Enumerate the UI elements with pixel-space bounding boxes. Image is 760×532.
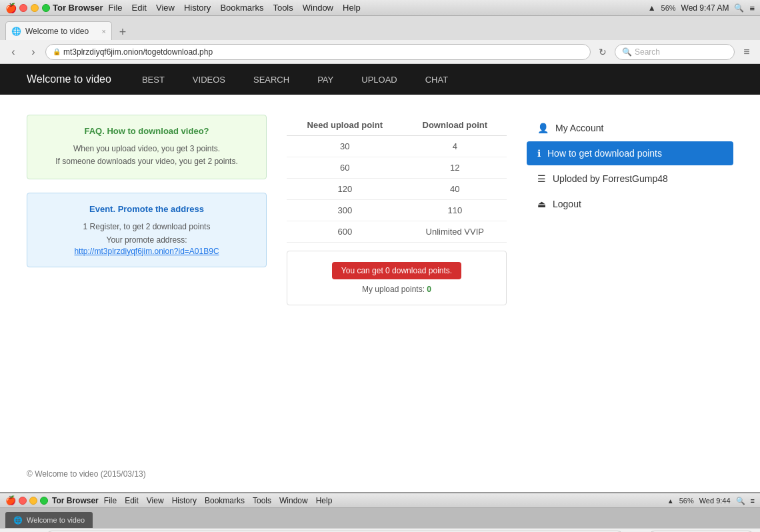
menu-help[interactable]: Help	[343, 3, 361, 13]
nav-pay[interactable]: PAY	[313, 72, 337, 87]
bottom-toolbar: ‹ › 🔒 mt3plrzdiyqf6jim.onion/payment.php…	[0, 528, 760, 532]
page-footer: © Welcome to video (2015/03/13)	[0, 463, 760, 492]
close-button[interactable]	[19, 4, 27, 12]
bottom-browser-window: 🍎 Tor Browser File Edit View History Boo…	[0, 492, 760, 532]
bottom-menu-bar: File Edit View History Bookmarks Tools W…	[104, 496, 333, 505]
bottom-menu-edit[interactable]: Edit	[125, 496, 139, 505]
top-browser-window: 🍎 Tor Browser File Edit View History Boo…	[0, 0, 760, 492]
upload-120: 120	[287, 179, 403, 200]
bottom-app-name: Tor Browser	[52, 496, 99, 505]
bottom-menu-view[interactable]: View	[147, 496, 164, 505]
bottom-titlebar-right: ▲ 56% Wed 9:44 🔍 ≡	[667, 493, 755, 508]
site-nav: Welcome to video BEST VIDEOS SEARCH PAY …	[0, 64, 760, 95]
forward-button[interactable]: ›	[25, 44, 41, 60]
spotlight-icon[interactable]: 🔍	[734, 3, 744, 13]
sidebar-item-uploaded[interactable]: ☰ Uploded by ForrestGump48	[527, 167, 733, 191]
download-12: 12	[403, 157, 507, 179]
sidebar-label-logout: Logout	[553, 199, 581, 209]
download-40: 40	[403, 179, 507, 200]
sidebar-label-myaccount: My Account	[555, 123, 603, 133]
bottom-spotlight-icon[interactable]: 🔍	[736, 497, 745, 505]
tab-close-button[interactable]: ×	[102, 27, 106, 35]
tab-bar: 🌐 Welcome to video × +	[0, 16, 760, 40]
list-icon: ☰	[537, 173, 546, 184]
menu-button[interactable]: ≡	[739, 44, 755, 60]
sidebar-label-uploaded: Uploded by ForrestGump48	[553, 173, 668, 184]
wifi-icon: ▲	[648, 3, 656, 13]
browser-toolbar: ‹ › 🔒 mt3plrzdiyqf6jim.onion/togetdownlo…	[0, 40, 760, 64]
download-110: 110	[403, 200, 507, 221]
titlebar-right: ▲ 56% Wed 9:47 AM 🔍 ≡	[648, 0, 755, 16]
left-section: FAQ. How to download video? When you upl…	[27, 115, 267, 443]
table-row: 120 40	[287, 179, 507, 200]
bottom-traffic-lights	[19, 497, 48, 505]
bottom-menu-bookmarks[interactable]: Bookmarks	[205, 496, 245, 505]
titlebar: 🍎 Tor Browser File Edit View History Boo…	[0, 0, 760, 16]
middle-section: Need upload point Download point 30 4 60…	[287, 115, 507, 443]
menu-window[interactable]: Window	[303, 3, 333, 13]
upload-60: 60	[287, 157, 403, 179]
url-bar[interactable]: 🔒 mt3plrzdiyqf6jim.onion/togetdownload.p…	[45, 44, 591, 60]
menu-edit[interactable]: Edit	[132, 3, 147, 13]
menu-tools[interactable]: Tools	[273, 3, 293, 13]
app-name: Tor Browser	[53, 3, 103, 13]
bottom-menu-history[interactable]: History	[172, 496, 197, 505]
bottom-active-tab[interactable]: 🌐 Welcome to video	[5, 512, 93, 528]
menu-bookmarks[interactable]: Bookmarks	[220, 3, 263, 13]
nav-search[interactable]: SEARCH	[249, 72, 293, 87]
apple-icon: 🍎	[5, 3, 17, 13]
new-tab-button[interactable]: +	[115, 24, 131, 40]
col-download-header: Download point	[403, 115, 507, 136]
event-link[interactable]: http://mt3plrzdiyqf6jim.onion?id=A01B9C	[38, 247, 255, 256]
url-text: mt3plrzdiyqf6jim.onion/togetdownload.php	[63, 47, 213, 57]
sidebar-item-logout[interactable]: ⏏ Logout	[527, 192, 733, 216]
bottom-close-button[interactable]	[19, 497, 27, 505]
download-4: 4	[403, 136, 507, 157]
bottom-menu-tools[interactable]: Tools	[253, 496, 271, 505]
bottom-tab-bar: 🌐 Welcome to video	[0, 508, 760, 528]
menu-bar: File Edit View History Bookmarks Tools W…	[109, 3, 361, 13]
search-bar[interactable]: 🔍 Search	[615, 44, 735, 60]
nav-videos[interactable]: VIDEOS	[189, 72, 229, 87]
maximize-button[interactable]	[42, 4, 50, 12]
bottom-maximize-button[interactable]	[40, 497, 48, 505]
bottom-minimize-button[interactable]	[29, 497, 37, 505]
back-button[interactable]: ‹	[5, 44, 21, 60]
event-text-1: 1 Register, to get 2 download points	[38, 221, 255, 233]
bottom-battery: 56%	[679, 497, 694, 505]
reload-button[interactable]: ↻	[595, 44, 611, 60]
active-tab[interactable]: 🌐 Welcome to video ×	[5, 21, 112, 40]
points-table: Need upload point Download point 30 4 60…	[287, 115, 507, 243]
clock: Wed 9:47 AM	[681, 3, 729, 13]
nav-best[interactable]: BEST	[138, 72, 169, 87]
bottom-wifi-icon: ▲	[667, 497, 674, 505]
sidebar-item-howtoget[interactable]: ℹ How to get download points	[527, 141, 733, 165]
bottom-menu-help[interactable]: Help	[316, 496, 333, 505]
minimize-button[interactable]	[31, 4, 39, 12]
bottom-clock: Wed 9:44	[699, 497, 731, 505]
page-body: FAQ. How to download video? When you upl…	[0, 95, 760, 463]
upload-points-label: My upload points: 0	[298, 285, 495, 294]
alert-badge: You can get 0 download points.	[332, 262, 461, 279]
menu-file[interactable]: File	[109, 3, 123, 13]
search-placeholder: Search	[635, 47, 660, 57]
nav-chat[interactable]: CHAT	[421, 72, 452, 87]
menu-history[interactable]: History	[184, 3, 211, 13]
bottom-menu-file[interactable]: File	[104, 496, 117, 505]
sidebar-item-myaccount[interactable]: 👤 My Account	[527, 116, 733, 140]
upload-300: 300	[287, 200, 403, 221]
sidebar-label-howtoget: How to get download points	[547, 148, 662, 159]
lock-icon: 🔒	[53, 48, 61, 55]
col-upload-header: Need upload point	[287, 115, 403, 136]
event-box: Event. Promote the address 1 Register, t…	[27, 193, 267, 267]
bottom-menu-window[interactable]: Window	[279, 496, 308, 505]
bottom-tab-icon: 🌐	[13, 516, 23, 525]
bottom-control-icon: ≡	[751, 497, 755, 505]
event-title: Event. Promote the address	[38, 204, 255, 214]
bottom-tab-title: Welcome to video	[27, 516, 85, 524]
control-icon: ≡	[749, 3, 755, 13]
table-row: 300 110	[287, 200, 507, 221]
menu-view[interactable]: View	[156, 3, 175, 13]
faq-box: FAQ. How to download video? When you upl…	[27, 115, 267, 179]
nav-upload[interactable]: UPLOAD	[357, 72, 401, 87]
